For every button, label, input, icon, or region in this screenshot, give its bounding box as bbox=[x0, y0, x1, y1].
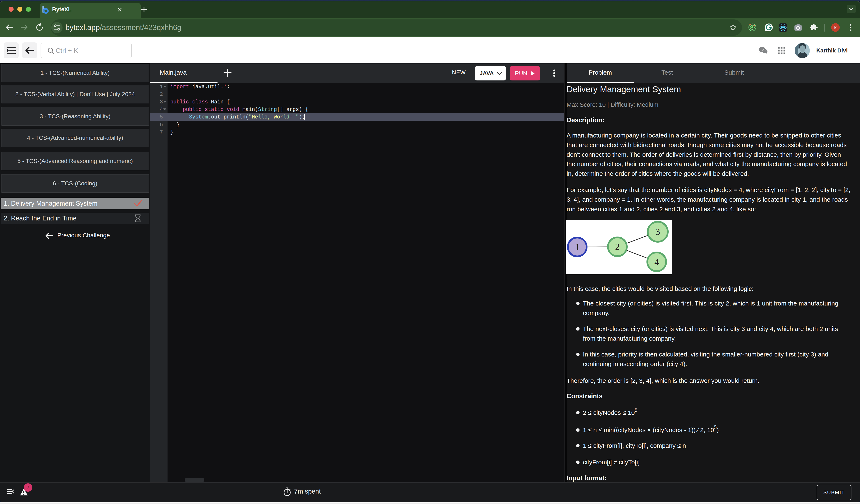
svg-text:2: 2 bbox=[615, 242, 620, 252]
svg-text:1: 1 bbox=[575, 242, 579, 252]
svg-text:4: 4 bbox=[655, 257, 659, 267]
svg-text:3: 3 bbox=[656, 227, 660, 237]
